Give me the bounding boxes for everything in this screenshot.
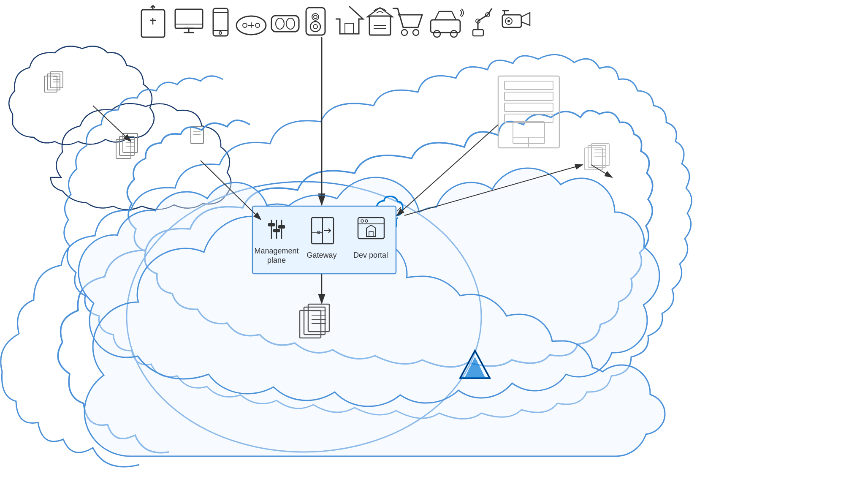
main-azure-cloud	[79, 168, 665, 456]
svg-rect-51	[47, 74, 60, 90]
server-rack-topleft	[498, 76, 559, 148]
svg-rect-29	[369, 16, 391, 35]
svg-text:plane: plane	[267, 256, 286, 264]
svg-rect-52	[50, 72, 63, 88]
svg-line-2	[151, 5, 153, 8]
svg-line-40	[488, 8, 492, 15]
svg-point-102	[317, 231, 320, 234]
svg-point-21	[276, 18, 284, 29]
svg-rect-97	[278, 225, 285, 229]
shopping-cart-icon	[393, 8, 422, 35]
svg-rect-69	[505, 103, 553, 112]
svg-rect-20	[271, 16, 299, 32]
svg-point-27	[313, 25, 317, 29]
svg-rect-98	[312, 218, 334, 244]
svg-rect-28	[345, 23, 353, 34]
svg-line-117	[93, 106, 131, 142]
svg-rect-91	[252, 206, 396, 274]
svg-rect-57	[119, 136, 134, 155]
svg-rect-11	[213, 8, 228, 36]
svg-point-14	[219, 32, 222, 34]
svg-line-120	[404, 165, 583, 215]
svg-rect-95	[268, 223, 275, 226]
smart-meter-icon	[367, 8, 393, 35]
svg-rect-34	[431, 20, 460, 33]
cloud-sync-icon	[377, 196, 403, 227]
cloud-middle-left	[51, 103, 231, 210]
svg-rect-71	[513, 122, 545, 144]
svg-point-16	[243, 23, 247, 27]
phone-icon	[213, 8, 228, 36]
svg-rect-103	[358, 218, 384, 239]
svg-rect-0	[141, 10, 165, 37]
svg-rect-70	[505, 114, 553, 123]
connected-car-icon	[431, 9, 464, 37]
svg-rect-82	[304, 307, 325, 335]
speaker-icon	[306, 8, 325, 35]
svg-point-41	[476, 19, 480, 23]
svg-line-119	[591, 165, 612, 177]
svg-line-3	[153, 5, 155, 8]
svg-marker-88	[460, 351, 490, 378]
svg-point-46	[507, 20, 510, 22]
gamepad-icon	[236, 16, 266, 35]
doc-stack-bottom	[300, 304, 329, 338]
doc-stack-right	[585, 144, 609, 170]
svg-point-32	[401, 30, 407, 35]
svg-rect-43	[502, 15, 521, 27]
svg-point-36	[450, 30, 457, 37]
svg-marker-89	[464, 357, 486, 378]
svg-point-17	[255, 23, 260, 27]
svg-line-39	[478, 15, 488, 21]
svg-point-22	[286, 18, 295, 29]
vr-headset-icon	[271, 16, 299, 32]
monitor-icon	[175, 9, 203, 33]
svg-rect-96	[273, 229, 280, 232]
svg-rect-37	[473, 30, 483, 36]
svg-rect-23	[306, 8, 325, 35]
svg-rect-66	[498, 76, 559, 148]
smart-home-icon	[336, 6, 363, 34]
svg-rect-77	[591, 144, 609, 166]
svg-rect-62	[191, 127, 203, 144]
cloud-main-simple	[58, 111, 653, 453]
svg-marker-90	[460, 351, 490, 378]
svg-text:Gateway: Gateway	[307, 251, 336, 259]
svg-marker-44	[521, 13, 530, 25]
svg-rect-6	[175, 9, 203, 28]
cloud-main-azure	[1, 54, 692, 467]
svg-rect-76	[588, 145, 606, 167]
svg-rect-107	[369, 231, 373, 237]
azure-logo	[460, 351, 490, 378]
svg-text:Management: Management	[254, 247, 298, 255]
svg-rect-50	[44, 76, 57, 92]
svg-rect-68	[505, 92, 553, 101]
svg-rect-67	[505, 81, 553, 90]
svg-point-35	[434, 30, 440, 37]
svg-point-105	[361, 220, 363, 222]
svg-point-106	[365, 220, 368, 222]
svg-point-65	[127, 182, 481, 452]
svg-rect-81	[300, 310, 321, 338]
svg-rect-75	[585, 148, 602, 170]
svg-point-26	[310, 22, 320, 32]
touch-screen-icon	[141, 5, 165, 37]
svg-rect-58	[123, 133, 138, 152]
robot-arm-icon	[473, 8, 492, 36]
svg-point-15	[236, 16, 266, 35]
apim-main-box: Management plane Gateway Dev portal	[252, 206, 396, 274]
svg-line-118	[397, 125, 498, 215]
security-camera-icon	[502, 11, 530, 27]
svg-point-33	[413, 30, 419, 35]
svg-point-24	[312, 14, 319, 20]
svg-rect-56	[116, 139, 131, 158]
svg-point-42	[486, 13, 490, 17]
diagram-canvas: Management plane Gateway Dev portal	[0, 0, 868, 501]
svg-point-25	[314, 15, 317, 19]
svg-line-121	[397, 207, 401, 211]
svg-point-45	[505, 18, 512, 25]
svg-text:Dev portal: Dev portal	[353, 251, 388, 259]
svg-line-116	[201, 161, 261, 220]
svg-rect-83	[308, 304, 329, 332]
cloud-outer-topleft	[9, 46, 154, 144]
